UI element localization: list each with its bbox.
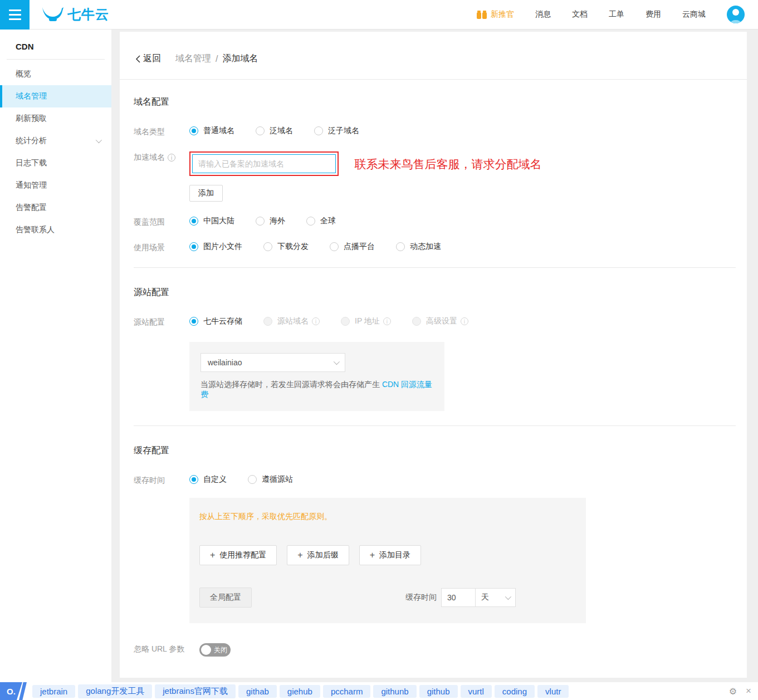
radio-image-small-file[interactable]: 图片小文件: [189, 242, 242, 252]
add-suffix-button[interactable]: +添加后缀: [287, 545, 349, 565]
radio-overseas[interactable]: 海外: [256, 216, 285, 226]
origin-config-row: 源站配置 七牛云存储 源站域名i IP 地址i 高级设置i: [134, 316, 736, 327]
bucket-select[interactable]: weilainiao: [200, 353, 345, 372]
info-icon[interactable]: i: [461, 317, 468, 325]
radio-normal-domain[interactable]: 普通域名: [189, 126, 234, 136]
bookmark-item[interactable]: vurtl: [461, 685, 492, 698]
radio-icon: [189, 475, 198, 484]
sidebar-item-overview[interactable]: 概览: [0, 63, 111, 85]
browser-logo-icon[interactable]: O.: [0, 682, 22, 700]
chevron-down-icon: [334, 359, 340, 365]
cache-priority-note: 按从上至下顺序，采取优先匹配原则。: [199, 512, 576, 522]
ignore-url-row: 忽略 URL 参数 关闭: [134, 643, 736, 657]
app-window: 七牛云 新推官 消息 文档 工单 费用 云商城 CDN 概览 域名管理 刷新预取…: [0, 0, 758, 700]
radio-icon: [263, 317, 272, 326]
radio-custom-cache[interactable]: 自定义: [189, 474, 227, 484]
radio-wildcard-subdomain[interactable]: 泛子域名: [314, 126, 359, 136]
hamburger-menu-icon[interactable]: [0, 0, 30, 30]
bookmark-items: jetbrain golang开发工具 jetbrains官网下载 githab…: [32, 684, 729, 698]
bookmark-item[interactable]: pccharm: [323, 685, 371, 698]
cache-duration-control: 缓存时间 天: [405, 588, 516, 607]
main-area: 返回 域名管理 / 添加域名 域名配置 域名类型 普通域名 泛域名 泛子域名: [111, 30, 758, 682]
bookmark-item[interactable]: giehub: [280, 685, 320, 698]
qiniu-logo[interactable]: 七牛云: [42, 6, 109, 23]
radio-follow-origin[interactable]: 遵循源站: [248, 474, 293, 484]
radio-origin-domain[interactable]: 源站域名i: [263, 316, 320, 326]
coverage-row: 覆盖范围 中国大陆 海外 全球: [134, 216, 736, 227]
nav-docs[interactable]: 文档: [572, 9, 588, 19]
bookmark-item[interactable]: vlutr: [537, 685, 569, 698]
annotation-highlight-box: [189, 151, 339, 176]
radio-icon: [189, 217, 198, 226]
bookmark-item[interactable]: github: [419, 685, 458, 698]
plus-icon: +: [370, 551, 375, 560]
sidebar-item-domain-management[interactable]: 域名管理: [0, 85, 111, 107]
scenario-label: 使用场景: [134, 242, 189, 253]
back-button[interactable]: 返回: [135, 53, 161, 65]
user-avatar[interactable]: [727, 6, 745, 23]
radio-vod-platform[interactable]: 点播平台: [330, 242, 375, 252]
global-config-button[interactable]: 全局配置: [199, 588, 252, 608]
radio-icon: [306, 217, 315, 226]
cache-duration-label: 缓存时间: [405, 593, 437, 603]
logo-text: 七牛云: [67, 6, 109, 23]
cache-time-label: 缓存时间: [134, 474, 189, 486]
sidebar-item-alert-config[interactable]: 告警配置: [0, 197, 111, 219]
radio-icon: [330, 242, 339, 251]
sidebar-item-statistics[interactable]: 统计分析: [0, 130, 111, 152]
accel-domain-input[interactable]: [192, 154, 336, 173]
domain-type-row: 域名类型 普通域名 泛域名 泛子域名: [134, 126, 736, 137]
nav-messages[interactable]: 消息: [535, 9, 551, 19]
nav-billing[interactable]: 费用: [645, 9, 661, 19]
radio-icon: [189, 242, 198, 251]
bookmark-item[interactable]: jetbrains官网下载: [155, 684, 236, 698]
accel-domain-label: 加速域名 i: [134, 151, 189, 163]
cache-config-box: 按从上至下顺序，采取优先匹配原则。 +使用推荐配置 +添加后缀 +添加目录 全局…: [189, 498, 586, 623]
sidebar-item-notification[interactable]: 通知管理: [0, 174, 111, 197]
radio-icon: [248, 475, 257, 484]
sidebar-item-log-download[interactable]: 日志下载: [0, 152, 111, 174]
radio-global[interactable]: 全球: [306, 216, 336, 226]
bookmark-item[interactable]: jetbrain: [32, 685, 75, 698]
domain-type-label: 域名类型: [134, 126, 189, 137]
section-divider: [134, 267, 736, 268]
bookmark-item[interactable]: githunb: [373, 685, 416, 698]
cache-box-row: 按从上至下顺序，采取优先匹配原则。 +使用推荐配置 +添加后缀 +添加目录 全局…: [134, 496, 736, 623]
add-directory-button[interactable]: +添加目录: [359, 545, 421, 565]
radio-dynamic-accel[interactable]: 动态加速: [396, 242, 441, 252]
coverage-label: 覆盖范围: [134, 216, 189, 227]
ignore-url-label: 忽略 URL 参数: [134, 643, 199, 654]
nav-tickets[interactable]: 工单: [609, 9, 624, 19]
close-icon[interactable]: ×: [746, 686, 751, 697]
radio-icon: [263, 242, 272, 251]
sidebar-item-refresh-prefetch[interactable]: 刷新预取: [0, 107, 111, 130]
bookmark-item[interactable]: coding: [495, 685, 535, 698]
radio-wildcard-domain[interactable]: 泛域名: [256, 126, 293, 136]
radio-china-mainland[interactable]: 中国大陆: [189, 216, 234, 226]
info-icon[interactable]: i: [312, 317, 320, 325]
use-recommended-config-button[interactable]: +使用推荐配置: [199, 545, 277, 565]
bookmark-item[interactable]: golang开发工具: [78, 684, 152, 698]
radio-ip-address[interactable]: IP 地址i: [341, 316, 391, 326]
section-title-cache-config: 缓存配置: [134, 445, 736, 457]
bookmark-item[interactable]: githab: [238, 685, 277, 698]
sidebar-divider: [7, 59, 105, 60]
info-icon[interactable]: i: [383, 317, 391, 325]
radio-download-distribution[interactable]: 下载分发: [263, 242, 309, 252]
origin-config-box: weilainiao 当源站选择存储时，若发生回源请求将会由存储产生 CDN 回…: [189, 342, 444, 411]
add-domain-button[interactable]: 添加: [189, 185, 223, 202]
settings-gear-icon[interactable]: ⚙: [729, 686, 737, 697]
info-icon[interactable]: i: [168, 154, 175, 161]
cache-unit-select[interactable]: 天: [476, 588, 516, 607]
nav-marketplace[interactable]: 云商城: [682, 9, 706, 19]
gift-icon: [477, 11, 487, 19]
cache-duration-input[interactable]: [441, 588, 476, 607]
nav-promoter[interactable]: 新推官: [477, 9, 514, 19]
breadcrumb-parent[interactable]: 域名管理: [175, 53, 211, 65]
breadcrumb: 返回 域名管理 / 添加域名: [120, 32, 747, 80]
sidebar-item-alert-contacts[interactable]: 告警联系人: [0, 219, 111, 241]
radio-advanced-settings[interactable]: 高级设置i: [412, 316, 468, 326]
bookmarks-bar: O. jetbrain golang开发工具 jetbrains官网下载 git…: [0, 682, 758, 700]
radio-qiniu-storage[interactable]: 七牛云存储: [189, 316, 242, 326]
ignore-url-toggle[interactable]: 关闭: [199, 643, 231, 657]
